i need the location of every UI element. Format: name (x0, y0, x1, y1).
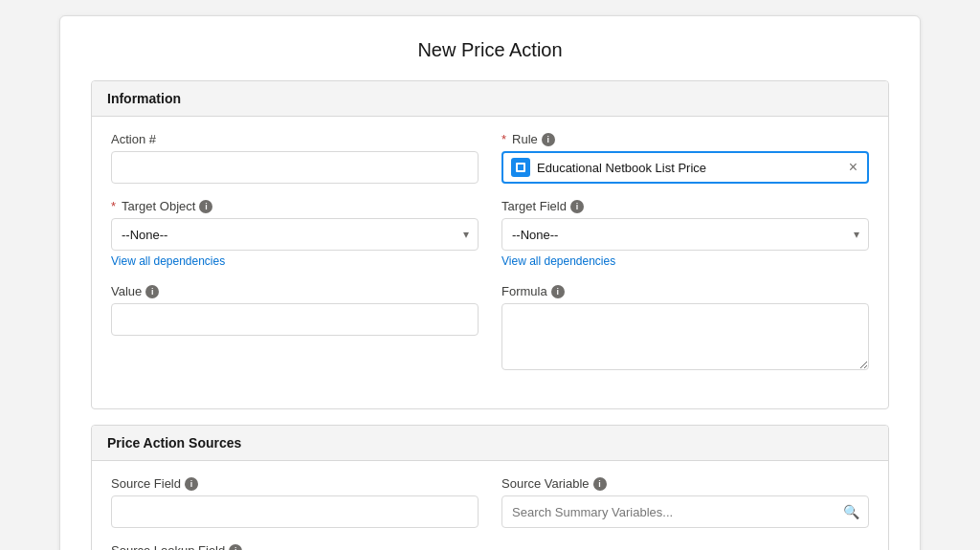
action-num-input[interactable] (111, 151, 479, 184)
target-field-col: Target Field i --None-- ▾ View all depen… (501, 199, 869, 269)
rule-type-icon (511, 158, 530, 177)
main-container: New Price Action Information Action # * … (59, 15, 921, 550)
row-value-formula: Value i Formula i (111, 284, 869, 374)
target-object-info-icon: i (199, 200, 212, 213)
target-field-view-all-link[interactable]: View all dependencies (501, 254, 615, 268)
information-section-body: Action # * Rule i Educational Netbook (92, 117, 888, 408)
value-label: Value i (111, 284, 479, 298)
source-variable-info-icon: i (593, 477, 607, 491)
formula-info-icon: i (551, 285, 565, 298)
row-action-rule: Action # * Rule i Educational Netbook (111, 132, 869, 184)
page-title: New Price Action (91, 39, 889, 61)
source-variable-col: Source Variable i 🔍 (501, 476, 869, 528)
price-action-sources-section: Price Action Sources Source Field i Sour… (91, 425, 889, 550)
source-field-info-icon: i (185, 477, 198, 491)
source-variable-input[interactable] (501, 495, 869, 528)
value-col: Value i (111, 284, 479, 374)
formula-textarea[interactable] (501, 303, 869, 370)
target-object-label: * Target Object i (111, 199, 479, 213)
rule-label: * Rule i (501, 132, 869, 146)
source-lookup-col: Source Lookup Field i --None-- ▾ (111, 543, 479, 550)
rule-info-icon: i (542, 133, 555, 146)
source-lookup-info-icon: i (229, 544, 242, 551)
row-source-lookup: Source Lookup Field i --None-- ▾ (111, 543, 869, 550)
rule-clear-button[interactable]: × (847, 160, 859, 175)
target-object-select[interactable]: --None-- (111, 218, 479, 251)
row-target: * Target Object i --None-- ▾ View all de… (111, 199, 869, 269)
information-section-header: Information (92, 81, 888, 117)
target-field-info-icon: i (570, 200, 584, 213)
formula-col: Formula i (501, 284, 869, 374)
rule-input-wrapper[interactable]: Educational Netbook List Price × (501, 151, 869, 184)
action-num-label: Action # (111, 132, 479, 146)
target-field-select[interactable]: --None-- (501, 218, 869, 251)
price-action-sources-header: Price Action Sources (92, 426, 888, 461)
rule-value: Educational Netbook List Price (537, 161, 847, 175)
price-action-sources-body: Source Field i Source Variable i 🔍 (92, 461, 888, 550)
information-section: Information Action # * Rule i (91, 80, 889, 409)
rule-col: * Rule i Educational Netbook List Price … (501, 132, 869, 184)
source-field-label: Source Field i (111, 476, 479, 491)
formula-label: Formula i (501, 284, 869, 298)
value-input[interactable] (111, 303, 479, 336)
source-field-input[interactable] (111, 495, 479, 528)
source-variable-label: Source Variable i (501, 476, 869, 491)
action-num-col: Action # (111, 132, 479, 184)
source-variable-wrapper: 🔍 (501, 495, 869, 528)
source-lookup-spacer (501, 543, 869, 550)
target-field-label: Target Field i (501, 199, 869, 213)
target-object-select-wrapper: --None-- ▾ (111, 218, 479, 251)
target-field-select-wrapper: --None-- ▾ (501, 218, 869, 251)
target-object-col: * Target Object i --None-- ▾ View all de… (111, 199, 479, 269)
source-field-col: Source Field i (111, 476, 479, 528)
row-source-field-variable: Source Field i Source Variable i 🔍 (111, 476, 869, 528)
value-info-icon: i (145, 285, 159, 298)
target-object-view-all-link[interactable]: View all dependencies (111, 254, 225, 268)
source-lookup-label: Source Lookup Field i (111, 543, 479, 550)
